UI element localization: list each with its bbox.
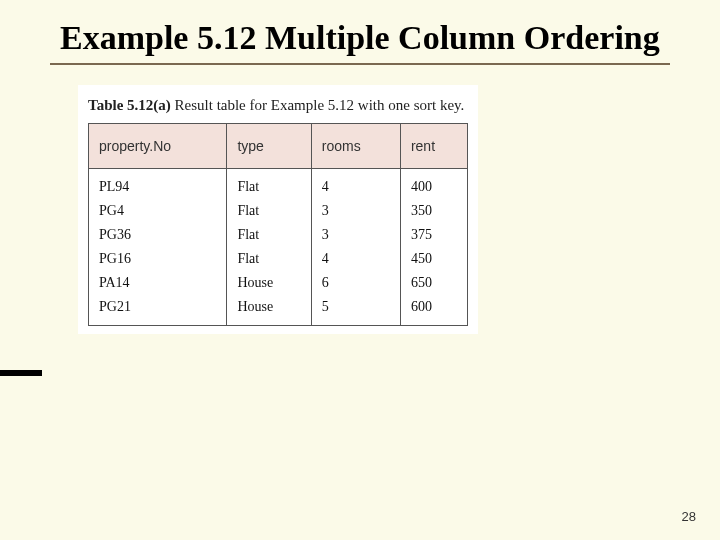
table-figure: Table 5.12(a) Result table for Example 5… (78, 85, 478, 334)
caption-label: Table 5.12(a) (88, 97, 171, 113)
cell: 6 (311, 271, 400, 295)
cell: 350 (400, 199, 467, 223)
cell: Flat (227, 223, 311, 247)
cell: 600 (400, 295, 467, 326)
cell: Flat (227, 247, 311, 271)
col-rent: rent (400, 124, 467, 169)
cell: 450 (400, 247, 467, 271)
cell: PA14 (89, 271, 227, 295)
cell: 3 (311, 223, 400, 247)
table-row: PG21 House 5 600 (89, 295, 468, 326)
table-row: PG4 Flat 3 350 (89, 199, 468, 223)
slide: Example 5.12 Multiple Column Ordering Ta… (0, 0, 720, 540)
table-row: PA14 House 6 650 (89, 271, 468, 295)
table-row: PG16 Flat 4 450 (89, 247, 468, 271)
table-row: PL94 Flat 4 400 (89, 169, 468, 200)
cell: PG21 (89, 295, 227, 326)
cell: 5 (311, 295, 400, 326)
cell: PG36 (89, 223, 227, 247)
cell: 4 (311, 247, 400, 271)
cell: PG16 (89, 247, 227, 271)
cell: 400 (400, 169, 467, 200)
col-type: type (227, 124, 311, 169)
table-caption: Table 5.12(a) Result table for Example 5… (78, 95, 478, 123)
cell: 650 (400, 271, 467, 295)
title-underline (50, 63, 670, 65)
cell: 375 (400, 223, 467, 247)
table-row: PG36 Flat 3 375 (89, 223, 468, 247)
result-table: property.No type rooms rent PL94 Flat 4 … (88, 123, 468, 326)
table-header-row: property.No type rooms rent (89, 124, 468, 169)
col-property-no: property.No (89, 124, 227, 169)
cell: Flat (227, 199, 311, 223)
cell: 4 (311, 169, 400, 200)
cell: PG4 (89, 199, 227, 223)
cell: House (227, 295, 311, 326)
cell: PL94 (89, 169, 227, 200)
slide-title: Example 5.12 Multiple Column Ordering (60, 18, 680, 59)
cell: House (227, 271, 311, 295)
accent-bar (0, 370, 42, 376)
caption-text: Result table for Example 5.12 with one s… (171, 97, 465, 113)
page-number: 28 (682, 509, 696, 524)
cell: 3 (311, 199, 400, 223)
cell: Flat (227, 169, 311, 200)
col-rooms: rooms (311, 124, 400, 169)
